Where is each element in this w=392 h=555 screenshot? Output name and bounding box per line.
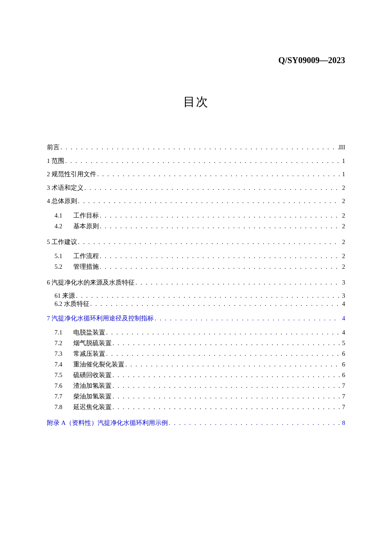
toc-label: 前言 xyxy=(47,144,60,151)
toc-leader xyxy=(168,420,340,426)
toc-label: 工作建议 xyxy=(52,239,77,245)
toc-num: 2 xyxy=(47,171,50,177)
toc-num: 7.8 xyxy=(55,402,73,413)
toc-label: 汽提净化水的来源及水质特征 xyxy=(52,279,135,286)
toc-page: 8 xyxy=(340,420,345,426)
toc-leader xyxy=(112,370,340,381)
toc-entry-2: 2 规范性引用文件 1 xyxy=(47,171,345,177)
toc-entry-7-1: 7.1 电脱盐装置 4 xyxy=(47,327,345,338)
toc-num: 1 xyxy=(47,158,50,164)
toc-num: 4.2 xyxy=(55,221,73,232)
toc-leader xyxy=(64,158,340,164)
toc-entry-3: 3 术语和定义 2 xyxy=(47,185,345,191)
toc-label: 范围 xyxy=(52,158,64,164)
toc-label: 烟气脱硫装置 xyxy=(73,338,112,349)
toc-leader xyxy=(75,292,340,300)
toc-page: 2 xyxy=(340,239,345,245)
toc-group-7-sub: 7.1 电脱盐装置 4 7.2 烟气脱硫装置 5 7.3 常减压装置 6 7.4… xyxy=(47,327,345,413)
toc-leader xyxy=(99,251,340,262)
toc-leader xyxy=(124,359,340,370)
toc-entry-1: 1 范围 1 xyxy=(47,158,345,164)
toc-num: 7.7 xyxy=(55,391,73,402)
toc-entry-6-1: 61 来源 3 xyxy=(47,292,345,300)
toc-leader xyxy=(99,221,340,232)
toc-label: 工作流程 xyxy=(73,251,99,262)
toc-label: 柴油加氢装置 xyxy=(73,391,112,402)
toc-num: 5.2 xyxy=(55,262,73,272)
toc-label: 术语和定义 xyxy=(52,185,84,191)
toc-entry-4-2: 4.2 基本原则 2 xyxy=(47,221,345,232)
toc-entry-preface: 前言 III xyxy=(47,144,345,151)
toc-entry-5-2: 5.2 管理措施 2 xyxy=(47,262,345,272)
toc-title: 目次 xyxy=(47,94,345,110)
toc-leader xyxy=(135,279,340,286)
toc-leader xyxy=(154,315,340,322)
toc-leader xyxy=(105,327,340,338)
toc-leader xyxy=(105,349,340,359)
toc-label: 重油催化裂化装置 xyxy=(73,359,124,370)
toc-entry-5: 5 工作建议 2 xyxy=(47,239,345,245)
doc-code: Q/SY09009—2023 xyxy=(278,55,345,65)
toc-label: 电脱盐装置 xyxy=(73,327,105,338)
toc-label: 延迟焦化装置 xyxy=(73,402,112,413)
toc-num: 7.5 xyxy=(55,370,73,381)
toc-page: 6 xyxy=(340,359,345,370)
toc-entry-7-6: 7.6 渣油加氢装置 7 xyxy=(47,381,345,391)
toc-page: III xyxy=(339,144,346,151)
toc-page: 6 xyxy=(340,349,345,359)
toc-entry-7-7: 7.7 柴油加氢装置 7 xyxy=(47,391,345,402)
toc-page: 3 xyxy=(340,292,345,300)
toc-entry-6-2: 6.2 水质特征 4 xyxy=(47,300,345,308)
toc-label: 基本原则 xyxy=(73,221,99,232)
toc-entry-6: 6 汽提净化水的来源及水质特征 3 xyxy=(47,279,345,286)
toc-num: 6 xyxy=(47,279,50,286)
toc-num: 4.1 xyxy=(55,210,73,221)
toc-label: 6.2 水质特征 xyxy=(55,300,89,308)
toc-label: 渣油加氢装置 xyxy=(73,381,112,391)
toc-leader xyxy=(60,144,339,151)
toc-leader xyxy=(112,402,340,413)
toc-group-6-sub: 61 来源 3 6.2 水质特征 4 xyxy=(47,292,345,308)
toc-label: 管理措施 xyxy=(73,262,99,272)
toc-label: 工作目标 xyxy=(73,210,99,221)
toc-leader xyxy=(112,338,340,349)
toc-label: 总体原则 xyxy=(52,198,77,204)
toc-entry-appendix-a[interactable]: 附录 A（资料性）汽提净化水循环利用示例 8 xyxy=(47,420,345,426)
toc-page: 7 xyxy=(340,391,345,402)
toc-label: 常减压装置 xyxy=(73,349,105,359)
toc: 前言 III 1 范围 1 2 规范性引用文件 1 3 术语和定义 2 4 总体… xyxy=(47,144,345,426)
toc-page: 2 xyxy=(340,262,345,272)
toc-page: 5 xyxy=(340,338,345,349)
toc-label: 规范性引用文件 xyxy=(52,171,96,177)
toc-num: 7.1 xyxy=(55,327,73,338)
toc-leader xyxy=(77,198,340,204)
toc-page: 1 xyxy=(340,158,345,164)
toc-page: 4 xyxy=(340,327,345,338)
toc-num: 7 xyxy=(47,315,50,322)
toc-page: 2 xyxy=(340,185,345,191)
toc-num: 7.6 xyxy=(55,381,73,391)
toc-page: 4 xyxy=(340,315,345,322)
toc-entry-7-4: 7.4 重油催化裂化装置 6 xyxy=(47,359,345,370)
toc-leader xyxy=(77,239,340,245)
toc-page: 2 xyxy=(340,221,345,232)
toc-entry-4: 4 总体原则 2 xyxy=(47,198,345,204)
toc-entry-5-1: 5.1 工作流程 2 xyxy=(47,251,345,262)
toc-page: 3 xyxy=(340,279,345,286)
toc-entry-7-2: 7.2 烟气脱硫装置 5 xyxy=(47,338,345,349)
toc-leader xyxy=(96,171,340,177)
toc-leader xyxy=(84,185,340,191)
toc-page: 7 xyxy=(340,381,345,391)
toc-group-5-sub: 5.1 工作流程 2 5.2 管理措施 2 xyxy=(47,251,345,272)
toc-label: 汽提净化水循环利用途径及控制指标 xyxy=(52,315,154,322)
toc-num: 7.4 xyxy=(55,359,73,370)
toc-num: 7.2 xyxy=(55,338,73,349)
toc-num: 5 xyxy=(47,239,50,245)
toc-entry-7[interactable]: 7 汽提净化水循环利用途径及控制指标 4 xyxy=(47,315,345,322)
toc-page: 4 xyxy=(340,300,345,308)
toc-label: 附录 A（资料性）汽提净化水循环利用示例 xyxy=(47,420,168,426)
toc-num: 7.3 xyxy=(55,349,73,359)
toc-leader xyxy=(99,210,340,221)
toc-leader xyxy=(89,300,340,308)
toc-num: 4 xyxy=(47,198,50,204)
